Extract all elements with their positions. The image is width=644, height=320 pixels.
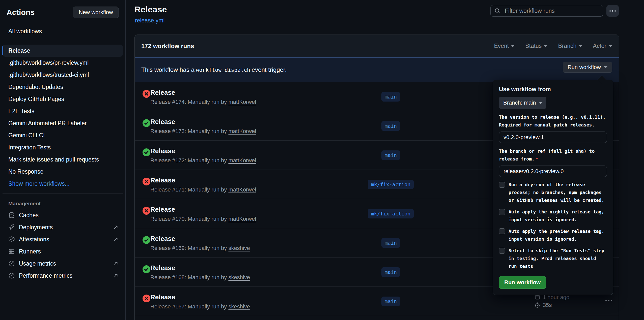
- dispatch-option-label: Run a dry-run of the release process; no…: [509, 181, 607, 204]
- workflow-list: Release.github/workflows/pr-review.yml.g…: [3, 45, 123, 178]
- actor-link[interactable]: mattKorwel: [228, 216, 256, 222]
- filter-dropdown[interactable]: Actor: [593, 43, 612, 49]
- run-description: Release #168: Manually run by skeshive: [150, 274, 250, 281]
- sidebar-workflow-item[interactable]: Release: [3, 45, 123, 57]
- server-icon: [8, 248, 15, 255]
- run-description: Release #171: Manually run by mattKorwel: [150, 186, 256, 193]
- run-title-link[interactable]: Release: [150, 264, 175, 272]
- management-section-title: Management: [3, 197, 123, 209]
- sidebar-workflow-item[interactable]: E2E Tests: [3, 105, 123, 117]
- actor-link[interactable]: mattKorwel: [228, 157, 256, 164]
- workflow-item-label: .github/workflows/pr-review.yml: [8, 59, 89, 66]
- external-link-icon: [113, 236, 119, 242]
- checkbox[interactable]: [499, 228, 505, 234]
- new-workflow-button[interactable]: New workflow: [73, 7, 119, 18]
- filter-dropdown-label: Event: [494, 43, 509, 49]
- required-asterisk: *: [535, 156, 538, 162]
- actor-link[interactable]: skeshive: [228, 274, 250, 280]
- branch-badge[interactable]: main: [381, 150, 400, 160]
- workflow-item-label: Gemini Automated PR Labeler: [8, 120, 87, 127]
- failure-x-circle-icon: [143, 178, 150, 185]
- sidebar-item-all-workflows[interactable]: All workflows: [3, 25, 123, 37]
- sidebar-workflow-item[interactable]: .github/workflows/trusted-ci.yml: [3, 69, 123, 81]
- stopwatch-icon: [535, 302, 540, 308]
- run-description: Release #170: Manually run by mattKorwel: [150, 216, 256, 222]
- run-title-link[interactable]: Release: [150, 176, 175, 184]
- version-input[interactable]: [499, 132, 607, 143]
- run-title-link[interactable]: Release: [150, 89, 175, 97]
- chevron-down-icon: [604, 66, 607, 68]
- sidebar-management-item[interactable]: Usage metrics: [3, 258, 123, 270]
- branch-badge[interactable]: main: [381, 267, 400, 277]
- branch-badge[interactable]: mk/fix-action: [368, 180, 414, 189]
- actor-link[interactable]: mattKorwel: [228, 128, 256, 134]
- run-title-link[interactable]: Release: [150, 118, 175, 126]
- sidebar-workflow-item[interactable]: Deploy GitHub Pages: [3, 93, 123, 105]
- success-check-circle-icon: [143, 236, 150, 244]
- branch-badge[interactable]: main: [381, 238, 400, 248]
- sidebar-management-item[interactable]: Performance metrics: [3, 270, 123, 282]
- workflow-item-label: Mark stale issues and pull requests: [8, 156, 99, 163]
- divider: [3, 193, 123, 194]
- branch-badge[interactable]: main: [381, 92, 400, 102]
- sidebar-workflow-item[interactable]: .github/workflows/pr-review.yml: [3, 57, 123, 69]
- sidebar-workflow-item[interactable]: Mark stale issues and pull requests: [3, 153, 123, 166]
- workflow-item-label: Integration Tests: [8, 144, 51, 151]
- branch-badge[interactable]: main: [381, 297, 400, 306]
- version-input-description: The version to release (e.g., v0.1.11). …: [499, 113, 607, 129]
- actor-link[interactable]: mattKorwel: [228, 99, 256, 105]
- show-more-workflows-link[interactable]: Show more workflows...: [3, 178, 123, 190]
- chevron-down-icon: [539, 102, 542, 104]
- filter-workflow-runs-input[interactable]: [490, 5, 603, 17]
- checkbox[interactable]: [499, 182, 505, 188]
- management-item-label: Attestations: [19, 236, 49, 243]
- branch-badge[interactable]: main: [381, 121, 400, 131]
- actor-link[interactable]: skeshive: [228, 245, 250, 251]
- run-description: Release #173: Manually run by mattKorwel: [150, 128, 256, 135]
- run-title-link[interactable]: Release: [150, 206, 175, 213]
- sidebar-management-item[interactable]: Runners: [3, 245, 123, 258]
- run-workflow-dropdown-button[interactable]: Run workflow: [563, 62, 612, 73]
- run-options-kebab[interactable]: [603, 298, 614, 303]
- workflow-options-kebab-button[interactable]: [606, 5, 619, 17]
- workflow-title: Release: [134, 5, 167, 14]
- dispatch-option: Auto apply the nightly release tag, inpu…: [499, 208, 607, 223]
- sidebar-workflow-item[interactable]: Gemini Automated PR Labeler: [3, 117, 123, 129]
- filter-dropdown-label: Status: [525, 43, 542, 49]
- actor-link[interactable]: skeshive: [228, 303, 250, 310]
- run-title-link[interactable]: Release: [150, 293, 175, 301]
- run-description: Release #167: Manually run by skeshive: [150, 303, 250, 310]
- filter-dropdown-label: Branch: [558, 43, 576, 49]
- external-link-icon: [113, 224, 119, 230]
- sidebar-workflow-item[interactable]: Dependabot Updates: [3, 81, 123, 93]
- sidebar-management-item[interactable]: Attestations: [3, 233, 123, 245]
- external-link-icon: [113, 261, 119, 267]
- branch-badge[interactable]: mk/fix-action: [368, 209, 414, 218]
- filter-dropdown[interactable]: Branch: [558, 43, 582, 49]
- workflow-item-label: Deploy GitHub Pages: [8, 96, 64, 103]
- management-item-label: Runners: [19, 248, 41, 255]
- actions-page: Actions New workflow All workflows Relea…: [0, 0, 644, 320]
- workflow-item-label: Gemini CLI CI: [8, 132, 45, 139]
- filter-dropdown[interactable]: Event: [494, 43, 515, 49]
- run-filters: Event Status Branch Actor: [494, 43, 612, 49]
- run-title-link[interactable]: Release: [150, 235, 175, 243]
- sidebar-workflow-item[interactable]: Gemini CLI CI: [3, 129, 123, 141]
- workflow-file-link[interactable]: release.yml: [135, 17, 165, 24]
- workflow-item-label: Release: [8, 47, 30, 54]
- sidebar-management-item[interactable]: Caches: [3, 209, 123, 221]
- sidebar-management-item[interactable]: Deployments: [3, 221, 123, 233]
- workflow-item-label: No Response: [8, 168, 43, 175]
- ref-input[interactable]: [499, 166, 607, 177]
- run-title-link[interactable]: Release: [150, 147, 175, 155]
- branch-selector-button[interactable]: Branch: main: [499, 97, 546, 109]
- filter-dropdown[interactable]: Status: [525, 43, 547, 49]
- run-workflow-submit-button[interactable]: Run workflow: [499, 276, 546, 289]
- sidebar: Actions New workflow All workflows Relea…: [0, 0, 126, 320]
- sidebar-workflow-item[interactable]: No Response: [3, 166, 123, 178]
- checkbox[interactable]: [499, 209, 505, 215]
- checkbox[interactable]: [499, 248, 505, 254]
- sidebar-workflow-item[interactable]: Integration Tests: [3, 141, 123, 153]
- dispatch-option-label: Select to skip the "Run Tests" step in t…: [509, 247, 607, 270]
- actor-link[interactable]: mattKorwel: [228, 186, 256, 193]
